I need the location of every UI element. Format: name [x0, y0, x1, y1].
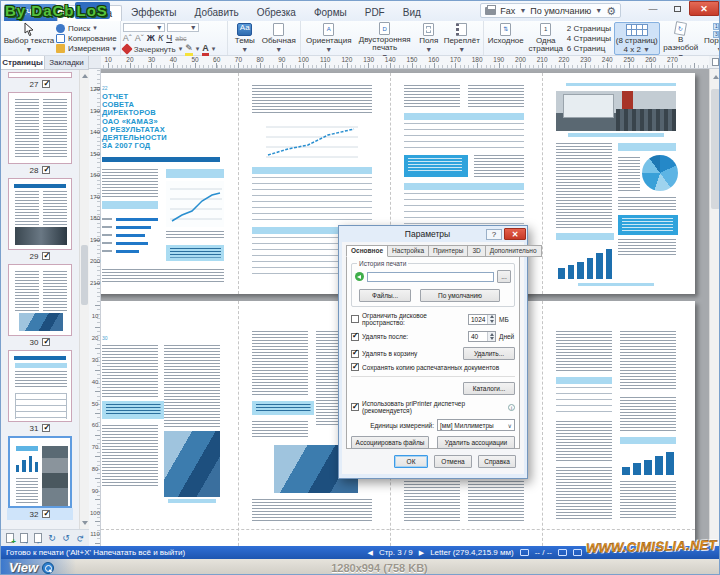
- strikeout-button[interactable]: Зачеркнуть: [134, 45, 176, 54]
- dialog-tab-Дополнительно[interactable]: Дополнительно: [486, 245, 542, 257]
- dialog-tab-Настройка[interactable]: Настройка: [388, 245, 429, 257]
- layout-status-icon[interactable]: [573, 549, 582, 556]
- scroll-down-icon[interactable]: [82, 521, 88, 525]
- keep-copy-checkbox[interactable]: [351, 363, 359, 371]
- extract-pages-button[interactable]: [32, 532, 44, 545]
- dialog-titlebar[interactable]: Параметры ? ✕: [339, 226, 527, 242]
- back-arrow-icon[interactable]: [355, 272, 364, 281]
- thumbnail-image[interactable]: [8, 350, 72, 422]
- orientation-button[interactable]: A Ориентация▼: [303, 22, 355, 55]
- ruler-options-button[interactable]: [709, 56, 720, 69]
- order-button[interactable]: 1234 Порядок▼: [702, 22, 720, 55]
- scrollbar-thumb[interactable]: [711, 89, 720, 209]
- four-pages-button[interactable]: 4 Страницы: [566, 33, 614, 43]
- strikethrough-button[interactable]: abc: [175, 35, 186, 42]
- tab-Формы[interactable]: Формы: [305, 5, 356, 21]
- thumbnail-image[interactable]: [8, 264, 72, 336]
- thumbnail-print-checkbox[interactable]: [42, 252, 50, 260]
- margins-button[interactable]: Поля▼: [415, 22, 443, 55]
- ok-button[interactable]: ОК: [394, 455, 428, 468]
- remove-associations-button[interactable]: Удалить ассоциации: [437, 436, 515, 449]
- tab-Эффекты[interactable]: Эффекты: [122, 5, 185, 21]
- thumbnail-image[interactable]: [8, 72, 72, 78]
- gear-icon[interactable]: ⚙: [606, 6, 616, 16]
- thumbnail-print-checkbox[interactable]: [42, 338, 50, 346]
- thumbnail-print-checkbox[interactable]: [42, 80, 50, 88]
- printer-profile[interactable]: По умолчанию: [530, 6, 591, 16]
- minimize-button[interactable]: —: [641, 1, 665, 16]
- highlight-button[interactable]: ✎: [185, 43, 193, 56]
- page-thumbnail-32[interactable]: 32: [7, 436, 73, 520]
- scrollbar-thumb[interactable]: [81, 245, 88, 305]
- close-button[interactable]: ✕: [689, 1, 719, 16]
- browse-button[interactable]: ...: [497, 270, 511, 283]
- insert-pages-button[interactable]: [18, 532, 30, 545]
- sidebar-tab-Страницы[interactable]: Страницы: [1, 56, 45, 69]
- two-pages-button[interactable]: 2 Страницы: [566, 23, 614, 33]
- next-page-icon[interactable]: ▶: [419, 549, 424, 557]
- history-input[interactable]: [367, 272, 494, 282]
- recycle-checkbox[interactable]: [351, 350, 359, 358]
- printer-selector[interactable]: Fax ▼ По умолчанию ▼ ⚙: [480, 3, 621, 18]
- dialog-tab-Основное[interactable]: Основное: [346, 245, 388, 257]
- sidebar-tab-Закладки[interactable]: Закладки: [45, 56, 89, 69]
- dialog-tab-Принтеры[interactable]: Принтеры: [429, 245, 468, 257]
- dialog-close-button[interactable]: ✕: [504, 228, 526, 240]
- tab-Добавить[interactable]: Добавить: [186, 5, 248, 21]
- eight-pages-button[interactable]: (8 страниц) 4 x 2 ▼: [614, 22, 660, 55]
- prev-page-icon[interactable]: ◀: [367, 549, 372, 557]
- grow-font-button[interactable]: Аˆ: [123, 33, 132, 43]
- associate-files-button[interactable]: Ассоциировать файлы: [351, 436, 429, 449]
- maximize-button[interactable]: [665, 1, 689, 16]
- themes-button[interactable]: Aa Темы▼: [230, 22, 260, 55]
- thumbnail-image[interactable]: [8, 92, 72, 164]
- bold-button[interactable]: Ж: [147, 33, 155, 43]
- thumbnail-print-checkbox[interactable]: [42, 510, 50, 518]
- underline-button[interactable]: Ч: [166, 33, 172, 43]
- chevron-down-icon[interactable]: ▼: [519, 7, 526, 14]
- preview-scrollbar[interactable]: [709, 69, 720, 546]
- duplex-button[interactable]: D Двусторонняя печать▼: [355, 22, 415, 55]
- units-combo[interactable]: [мм] Миллиметры∨: [437, 419, 515, 431]
- delete-after-checkbox[interactable]: [351, 333, 359, 341]
- chevron-down-icon[interactable]: ▼: [595, 7, 602, 14]
- original-button[interactable]: ⇅ Исходное: [486, 22, 526, 55]
- printer-name[interactable]: Fax: [500, 6, 515, 16]
- rotate-ccw-button[interactable]: ↺: [60, 532, 72, 545]
- thumbnail-image[interactable]: [8, 436, 72, 508]
- search-button[interactable]: Поиск▾: [55, 23, 118, 33]
- tab-Обрезка[interactable]: Обрезка: [248, 5, 305, 21]
- italic-button[interactable]: К: [158, 33, 163, 43]
- tab-PDF[interactable]: PDF: [356, 5, 394, 21]
- delete-after-spinner[interactable]: 40: [468, 331, 496, 342]
- page-thumbnail-31[interactable]: 31: [7, 350, 73, 434]
- scroll-up-icon[interactable]: [82, 74, 88, 78]
- add-page-button[interactable]: [4, 532, 16, 545]
- page-thumbnail-30[interactable]: 30: [7, 264, 73, 348]
- crop-icon[interactable]: [520, 549, 529, 556]
- files-button[interactable]: Файлы...: [359, 289, 411, 302]
- page-thumbnail-27[interactable]: 27: [7, 72, 73, 90]
- dispatcher-checkbox[interactable]: [351, 403, 359, 411]
- binding-button[interactable]: Переплёт▼: [443, 22, 481, 55]
- rotate-cw-button[interactable]: ↻: [46, 532, 58, 545]
- thumbnail-print-checkbox[interactable]: [42, 424, 50, 432]
- help-button[interactable]: Справка: [478, 455, 516, 468]
- six-pages-button[interactable]: 6 Страниц: [566, 44, 614, 54]
- font-family-combo[interactable]: ▼: [123, 23, 165, 32]
- shrink-font-button[interactable]: Аˇ: [135, 33, 144, 43]
- limit-spinner[interactable]: 1024: [468, 314, 496, 325]
- limit-disk-checkbox[interactable]: [351, 315, 359, 323]
- one-page-button[interactable]: 1 Одна страница: [526, 22, 566, 55]
- page-thumbnail-28[interactable]: 28: [7, 92, 73, 176]
- catalogs-button[interactable]: Каталоги...: [463, 382, 515, 395]
- scroll-up-icon[interactable]: [713, 75, 719, 79]
- thumbnail-print-checkbox[interactable]: [42, 166, 50, 174]
- font-size-combo[interactable]: ▼: [167, 23, 199, 32]
- printer-status-icon[interactable]: [558, 549, 567, 556]
- copy-button[interactable]: Копирование: [55, 33, 118, 43]
- default-button[interactable]: По умолчанию: [420, 289, 500, 302]
- thumbnail-image[interactable]: [8, 178, 72, 250]
- dialog-tab-3D[interactable]: 3D: [468, 245, 485, 257]
- rotate-180-button[interactable]: ↻: [74, 532, 87, 544]
